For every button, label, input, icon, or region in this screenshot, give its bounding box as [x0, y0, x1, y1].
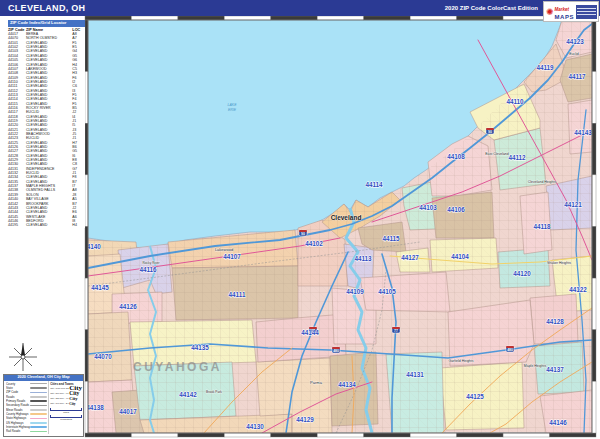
grid-ruler-segment [364, 433, 410, 437]
grid-ruler-segment [592, 330, 596, 382]
town-label-euclid: Euclid [569, 52, 579, 56]
zip-label-44111: 44111 [229, 291, 246, 298]
legend-row: Rail Roads [6, 429, 47, 433]
svg-text:480: 480 [507, 348, 513, 352]
grid-ruler-segment [592, 20, 596, 72]
legend-cities-column: Cities and Towns City (100,000 and above… [48, 381, 83, 434]
interstate-shield-480: 480 [506, 346, 514, 352]
grid-ruler-segment [85, 16, 131, 20]
svg-text:90: 90 [488, 130, 492, 134]
zip-label-44109: 44109 [346, 288, 364, 295]
grid-ruler-segment [364, 16, 410, 20]
zip-label-44126: 44126 [119, 303, 137, 310]
grid-ruler-segment [85, 330, 88, 382]
svg-text:90: 90 [301, 232, 305, 236]
town-label-east-cleveland: East Cleveland [485, 152, 509, 156]
grid-ruler-segment [85, 20, 88, 72]
zip-label-44120: 44120 [513, 270, 531, 277]
zip-table-row: 44195CLEVELANDH4 [8, 223, 85, 227]
town-label-cleveland-heights: Cleveland Heights [528, 180, 557, 184]
zip-index-table: ZIP Code Index/Grid Locator ZIP CodeZIP … [8, 20, 85, 228]
grid-ruler-segment [85, 175, 88, 227]
publisher-logo: ✺ Market MAPS [543, 1, 599, 22]
zip-label-44146: 44146 [549, 419, 567, 426]
zip-label-44106: 44106 [447, 206, 465, 213]
zip-label-44117: 44117 [568, 73, 586, 80]
grid-ruler-segment [85, 433, 131, 437]
grid-ruler-segment [85, 72, 88, 124]
legend-symbols-column: CountyStateZIP CodeRoadsPrimary RoadsSec… [4, 381, 48, 434]
logo-text-maps: MAPS [555, 14, 574, 20]
town-label-garfield-heights: Garfield Heights [448, 359, 473, 363]
logo-burst-icon: ✺ [546, 7, 554, 17]
zip-label-44123: 44123 [566, 38, 584, 45]
edition-label: 2020 ZIP Code ColorCast Edition [445, 5, 538, 11]
zip-label-44142: 44142 [179, 391, 197, 398]
grid-ruler-segment [410, 16, 456, 20]
zip-label-44107: 44107 [223, 253, 241, 260]
zip-label-44102: 44102 [305, 240, 323, 247]
svg-text:77: 77 [394, 329, 398, 333]
town-label-brook-park: Brook Park [206, 390, 222, 394]
map-legend: 2020 Cleveland, OH City Map CountyStateZ… [3, 374, 84, 437]
legend-city-row: City (10,000 - 24,999)City [50, 401, 82, 406]
grid-ruler-segment [271, 433, 317, 437]
cleveland-zip-map: 90717748048090LAKEERIECUYAHOGAClevelandL… [0, 0, 600, 439]
grid-ruler-segment [503, 433, 549, 437]
zip-label-44115: 44115 [382, 235, 400, 242]
interstate-shield-90: 90 [486, 128, 494, 134]
zip-label-44135: 44135 [191, 344, 209, 351]
zip-label-44143: 44143 [574, 129, 592, 136]
zip-label-44131: 44131 [406, 371, 424, 378]
grid-ruler-segment [317, 433, 363, 437]
zip-label-44137: 44137 [546, 366, 564, 373]
grid-ruler-segment [457, 16, 503, 20]
grid-ruler-segment [592, 278, 596, 330]
grid-ruler-segment [592, 123, 596, 175]
zip-label-44138: 44138 [86, 404, 104, 411]
zip-label-44113: 44113 [354, 255, 372, 262]
grid-ruler-segment [131, 16, 177, 20]
grid-ruler-segment [592, 381, 596, 433]
county-label: CUYAHOGA [133, 360, 222, 374]
town-label-shaker-heights: Shaker Heights [547, 261, 571, 265]
zip-label-44130: 44130 [246, 423, 264, 430]
zip-label-44127: 44127 [401, 254, 419, 261]
grid-ruler-segment [85, 227, 88, 279]
town-label-parma: Parma [310, 380, 323, 385]
grid-ruler-segment [224, 16, 270, 20]
zip-label-44134: 44134 [338, 381, 356, 388]
zip-label-44070: 44070 [94, 353, 112, 360]
zip-label-44110: 44110 [506, 98, 524, 105]
compass-rose [8, 342, 38, 372]
zip-label-44128: 44128 [546, 318, 564, 325]
zip-label-44125: 44125 [466, 393, 484, 400]
town-label-lakewood: Lakewood [215, 247, 233, 252]
zip-label-44144: 44144 [301, 329, 319, 336]
grid-ruler-segment [224, 433, 270, 437]
town-label-rocky-river: Rocky River [142, 261, 160, 265]
grid-ruler-segment [550, 433, 596, 437]
lake-label2: ERIE [228, 108, 237, 112]
zip-label-44121: 44121 [564, 201, 582, 208]
grid-ruler-segment [178, 433, 224, 437]
interstate-shield-90: 90 [299, 230, 307, 236]
grid-ruler-segment [85, 278, 88, 330]
zip-table-header: ZIP Code Index/Grid Locator [8, 20, 85, 27]
grid-ruler-segment [410, 433, 456, 437]
zip-label-44105: 44105 [378, 288, 396, 295]
zip-label-44103: 44103 [419, 204, 437, 211]
zip-label-44129: 44129 [296, 416, 314, 423]
zip-label-44145: 44145 [91, 284, 109, 291]
zip-label-44118: 44118 [533, 223, 551, 230]
logo-caption-box [576, 5, 597, 19]
grid-ruler-segment [592, 72, 596, 124]
zip-label-44017: 44017 [119, 408, 137, 415]
scale-bar: Miles [50, 408, 82, 414]
grid-ruler-segment [85, 381, 88, 433]
grid-ruler-segment [592, 175, 596, 227]
grid-ruler-segment [131, 433, 177, 437]
zip-label-44114: 44114 [365, 181, 383, 188]
grid-ruler-segment [457, 433, 503, 437]
grid-ruler-segment [592, 227, 596, 279]
